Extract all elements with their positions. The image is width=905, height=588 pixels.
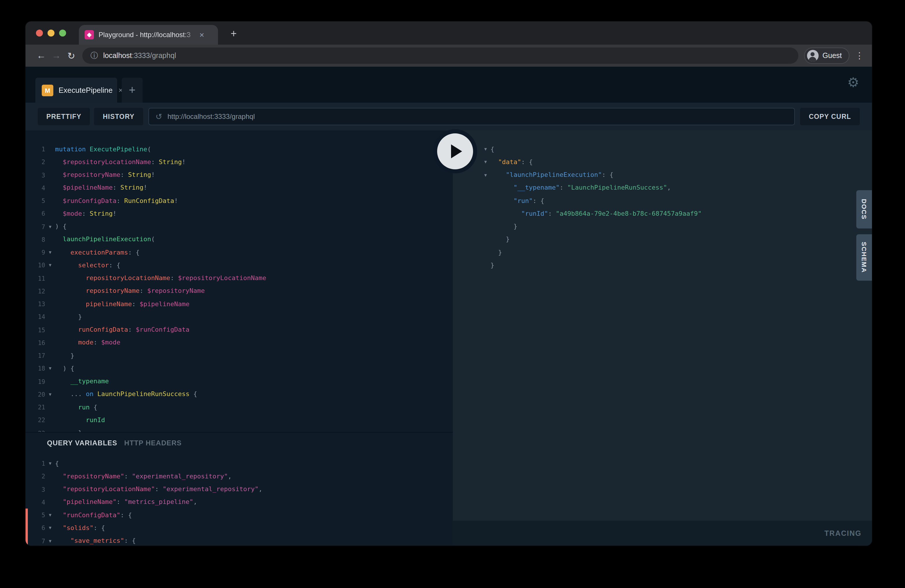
code-text: } bbox=[55, 313, 82, 321]
fold-toggle-icon[interactable]: ▾ bbox=[481, 172, 491, 178]
graphql-favicon-icon: ◈ bbox=[85, 30, 94, 40]
code-text: "data": { bbox=[491, 158, 533, 166]
gutter-spacer bbox=[25, 156, 28, 169]
line-number: 16 bbox=[28, 339, 45, 346]
forward-icon[interactable]: → bbox=[49, 51, 64, 61]
fold-toggle-icon[interactable]: ▾ bbox=[45, 224, 55, 229]
address-bar[interactable]: ⓘ localhost:3333/graphql bbox=[83, 48, 798, 64]
code-text: executionParams: { bbox=[55, 248, 140, 256]
code-line: 10▾ selector: { bbox=[25, 259, 453, 272]
chrome-toolbar: ← → ↻ ⓘ localhost:3333/graphql Guest ⋮ bbox=[25, 44, 872, 67]
reload-icon[interactable]: ↻ bbox=[64, 50, 79, 61]
fold-toggle-icon[interactable]: ▾ bbox=[45, 461, 55, 466]
close-tab-icon[interactable]: × bbox=[199, 31, 204, 39]
history-button[interactable]: HISTORY bbox=[94, 108, 143, 125]
copy-curl-button[interactable]: COPY CURL bbox=[800, 108, 860, 125]
gutter-spacer bbox=[25, 181, 28, 195]
tab-query-variables[interactable]: QUERY VARIABLES bbox=[47, 439, 117, 447]
fold-toggle-icon[interactable]: ▾ bbox=[45, 525, 55, 531]
endpoint-input[interactable]: ↺ http://localhost:3333/graphql bbox=[148, 108, 795, 125]
schema-side-tab[interactable]: SCHEMA bbox=[856, 234, 872, 281]
code-line: 12 repositoryName: $repositoryName bbox=[25, 285, 453, 298]
fold-toggle-icon[interactable]: ▾ bbox=[481, 159, 491, 165]
gutter-spacer bbox=[25, 362, 28, 375]
code-text: __typename bbox=[55, 378, 109, 385]
fold-toggle-icon[interactable]: ▾ bbox=[45, 262, 55, 268]
fold-toggle-icon[interactable]: ▾ bbox=[45, 512, 55, 518]
code-line: } bbox=[481, 233, 872, 246]
gutter-spacer bbox=[25, 457, 28, 470]
profile-button[interactable]: Guest bbox=[804, 48, 849, 64]
variables-tabs: QUERY VARIABLES HTTP HEADERS bbox=[25, 432, 453, 453]
fold-toggle-icon[interactable]: ▾ bbox=[45, 391, 55, 397]
line-number: 4 bbox=[28, 184, 45, 191]
lint-marker bbox=[25, 521, 28, 535]
gutter-spacer bbox=[25, 496, 28, 509]
code-line: "__typename": "LaunchPipelineRunSuccess"… bbox=[481, 181, 872, 195]
gutter-spacer bbox=[25, 220, 28, 233]
new-tab-button[interactable]: + bbox=[226, 27, 241, 42]
code-text: runId bbox=[55, 416, 105, 424]
code-line: 1▾{ bbox=[25, 457, 453, 470]
gutter-spacer bbox=[25, 323, 28, 336]
line-number: 4 bbox=[28, 499, 45, 505]
code-text: $pipelineName: String! bbox=[55, 184, 147, 192]
line-number: 13 bbox=[28, 300, 45, 307]
code-text: run { bbox=[55, 403, 97, 411]
line-number: 3 bbox=[28, 486, 45, 493]
settings-gear-icon[interactable]: ⚙ bbox=[847, 75, 859, 91]
new-session-button[interactable]: + bbox=[122, 78, 143, 103]
stage: ◈ Playground - http://localhost:3 × + ← … bbox=[0, 0, 905, 588]
gutter-spacer bbox=[25, 470, 28, 483]
code-line: } bbox=[481, 246, 872, 259]
zoom-window-button[interactable] bbox=[59, 30, 66, 37]
code-line: 5▾ "runConfigData": { bbox=[25, 509, 453, 521]
fold-toggle-icon[interactable]: ▾ bbox=[481, 146, 491, 152]
browser-tab-title: Playground - http://localhost:3 bbox=[98, 31, 196, 39]
code-line: 16 mode: $mode bbox=[25, 336, 453, 350]
variables-editor[interactable]: 1▾{2 "repositoryName": "experimental_rep… bbox=[25, 453, 453, 546]
close-window-button[interactable] bbox=[36, 30, 43, 37]
prettify-button[interactable]: PRETTIFY bbox=[38, 108, 90, 125]
code-text: "launchPipelineExecution": { bbox=[491, 171, 613, 179]
code-line: 19 __typename bbox=[25, 375, 453, 388]
playground-main: 1mutation ExecutePipeline(2 $repositoryL… bbox=[25, 130, 872, 546]
code-text: $repositoryName: String! bbox=[55, 171, 155, 179]
gutter-spacer bbox=[25, 272, 28, 285]
tab-http-headers[interactable]: HTTP HEADERS bbox=[124, 439, 182, 447]
code-line: 17 } bbox=[25, 349, 453, 362]
line-number: 17 bbox=[28, 352, 45, 359]
endpoint-reload-icon[interactable]: ↺ bbox=[156, 112, 162, 121]
line-number: 6 bbox=[28, 524, 45, 531]
line-number: 14 bbox=[28, 313, 45, 320]
traffic-lights bbox=[36, 30, 66, 37]
address-url-path: :3333/graphql bbox=[132, 52, 176, 60]
line-number: 9 bbox=[28, 249, 45, 256]
minimize-window-button[interactable] bbox=[48, 30, 54, 37]
line-number: 19 bbox=[28, 378, 45, 385]
session-tab[interactable]: M ExecutePipeline × bbox=[35, 78, 117, 103]
response-pane: ▾{▾ "data": {▾ "launchPipelineExecution"… bbox=[453, 130, 872, 546]
playground-toolbar: PRETTIFY HISTORY ↺ http://localhost:3333… bbox=[25, 103, 872, 130]
fold-toggle-icon[interactable]: ▾ bbox=[45, 250, 55, 255]
browser-tab[interactable]: ◈ Playground - http://localhost:3 × bbox=[79, 25, 218, 44]
response-viewer[interactable]: ▾{▾ "data": {▾ "launchPipelineExecution"… bbox=[453, 130, 872, 521]
browser-menu-icon[interactable]: ⋮ bbox=[855, 51, 864, 61]
site-info-icon[interactable]: ⓘ bbox=[90, 51, 98, 61]
tracing-toggle[interactable]: TRACING bbox=[824, 529, 862, 537]
gutter-spacer bbox=[25, 349, 28, 362]
back-icon[interactable]: ← bbox=[33, 51, 49, 61]
code-line: 14 } bbox=[25, 310, 453, 324]
execute-button[interactable] bbox=[437, 133, 473, 169]
code-text: mutation ExecutePipeline( bbox=[55, 145, 151, 153]
query-editor[interactable]: 1mutation ExecutePipeline(2 $repositoryL… bbox=[25, 130, 453, 432]
code-text: mode: $mode bbox=[55, 339, 120, 346]
code-line: 11 repositoryLocationName: $repositoryLo… bbox=[25, 272, 453, 285]
fold-toggle-icon[interactable]: ▾ bbox=[45, 538, 55, 544]
fold-toggle-icon[interactable]: ▾ bbox=[45, 366, 55, 372]
docs-side-tab[interactable]: DOCS bbox=[856, 190, 872, 229]
code-text: } bbox=[55, 429, 82, 432]
avatar-icon bbox=[807, 50, 818, 62]
code-text: } bbox=[491, 262, 494, 269]
code-line: 15 runConfigData: $runConfigData bbox=[25, 323, 453, 336]
